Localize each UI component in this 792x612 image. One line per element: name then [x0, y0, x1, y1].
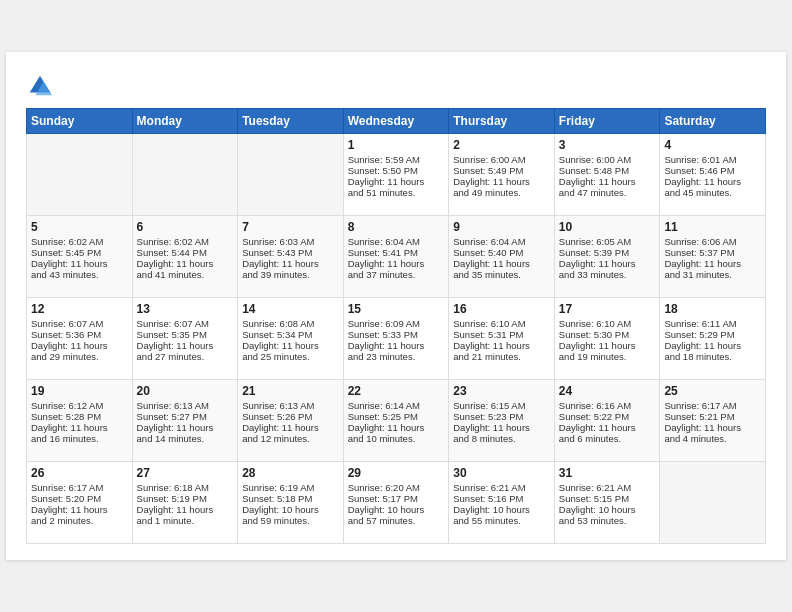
day-info: Daylight: 11 hours — [664, 340, 761, 351]
day-info: Sunset: 5:25 PM — [348, 411, 445, 422]
day-info: and 35 minutes. — [453, 269, 550, 280]
day-info: Sunset: 5:37 PM — [664, 247, 761, 258]
day-info: Daylight: 11 hours — [559, 176, 656, 187]
calendar-cell: 23Sunrise: 6:15 AMSunset: 5:23 PMDayligh… — [449, 380, 555, 462]
day-info: and 18 minutes. — [664, 351, 761, 362]
day-info: Daylight: 11 hours — [137, 340, 234, 351]
day-info: Sunrise: 6:07 AM — [137, 318, 234, 329]
day-info: and 31 minutes. — [664, 269, 761, 280]
day-info: Sunrise: 6:11 AM — [664, 318, 761, 329]
day-info: Sunrise: 6:07 AM — [31, 318, 128, 329]
calendar-cell: 28Sunrise: 6:19 AMSunset: 5:18 PMDayligh… — [238, 462, 344, 544]
day-info: and 43 minutes. — [31, 269, 128, 280]
calendar-cell: 18Sunrise: 6:11 AMSunset: 5:29 PMDayligh… — [660, 298, 766, 380]
day-number: 10 — [559, 220, 656, 234]
calendar-cell: 4Sunrise: 6:01 AMSunset: 5:46 PMDaylight… — [660, 134, 766, 216]
calendar-cell: 29Sunrise: 6:20 AMSunset: 5:17 PMDayligh… — [343, 462, 449, 544]
calendar-cell: 14Sunrise: 6:08 AMSunset: 5:34 PMDayligh… — [238, 298, 344, 380]
day-info: Sunset: 5:28 PM — [31, 411, 128, 422]
day-info: Daylight: 10 hours — [453, 504, 550, 515]
day-info: Daylight: 11 hours — [348, 422, 445, 433]
day-info: Daylight: 11 hours — [559, 258, 656, 269]
day-info: Daylight: 11 hours — [559, 340, 656, 351]
day-info: Sunrise: 6:20 AM — [348, 482, 445, 493]
weekday-header-wednesday: Wednesday — [343, 109, 449, 134]
calendar-cell — [27, 134, 133, 216]
calendar-cell: 1Sunrise: 5:59 AMSunset: 5:50 PMDaylight… — [343, 134, 449, 216]
day-info: Sunset: 5:50 PM — [348, 165, 445, 176]
day-info: Sunrise: 6:00 AM — [559, 154, 656, 165]
day-info: and 37 minutes. — [348, 269, 445, 280]
day-info: and 59 minutes. — [242, 515, 339, 526]
day-number: 28 — [242, 466, 339, 480]
day-info: Sunset: 5:46 PM — [664, 165, 761, 176]
day-info: Sunset: 5:23 PM — [453, 411, 550, 422]
day-info: Sunset: 5:39 PM — [559, 247, 656, 258]
day-number: 14 — [242, 302, 339, 316]
day-number: 21 — [242, 384, 339, 398]
day-info: Sunrise: 6:09 AM — [348, 318, 445, 329]
day-info: and 39 minutes. — [242, 269, 339, 280]
day-info: Sunrise: 6:00 AM — [453, 154, 550, 165]
calendar-cell: 27Sunrise: 6:18 AMSunset: 5:19 PMDayligh… — [132, 462, 238, 544]
calendar-cell — [660, 462, 766, 544]
day-info: Sunrise: 6:19 AM — [242, 482, 339, 493]
day-info: Daylight: 11 hours — [31, 504, 128, 515]
calendar-cell: 16Sunrise: 6:10 AMSunset: 5:31 PMDayligh… — [449, 298, 555, 380]
day-info: Daylight: 11 hours — [664, 176, 761, 187]
day-number: 15 — [348, 302, 445, 316]
calendar-cell: 5Sunrise: 6:02 AMSunset: 5:45 PMDaylight… — [27, 216, 133, 298]
day-info: and 47 minutes. — [559, 187, 656, 198]
calendar-cell: 15Sunrise: 6:09 AMSunset: 5:33 PMDayligh… — [343, 298, 449, 380]
day-number: 11 — [664, 220, 761, 234]
day-info: Daylight: 11 hours — [31, 422, 128, 433]
day-info: Daylight: 11 hours — [137, 422, 234, 433]
calendar-table: SundayMondayTuesdayWednesdayThursdayFrid… — [26, 108, 766, 544]
calendar-week-row: 26Sunrise: 6:17 AMSunset: 5:20 PMDayligh… — [27, 462, 766, 544]
day-info: Sunset: 5:20 PM — [31, 493, 128, 504]
day-info: Daylight: 10 hours — [348, 504, 445, 515]
day-info: and 25 minutes. — [242, 351, 339, 362]
day-info: Sunrise: 6:13 AM — [137, 400, 234, 411]
day-info: Daylight: 11 hours — [664, 258, 761, 269]
day-info: Sunrise: 6:17 AM — [664, 400, 761, 411]
day-info: and 8 minutes. — [453, 433, 550, 444]
day-info: Sunset: 5:29 PM — [664, 329, 761, 340]
day-number: 2 — [453, 138, 550, 152]
day-info: and 23 minutes. — [348, 351, 445, 362]
day-number: 23 — [453, 384, 550, 398]
day-info: and 14 minutes. — [137, 433, 234, 444]
day-info: Daylight: 11 hours — [664, 422, 761, 433]
day-info: Daylight: 11 hours — [242, 422, 339, 433]
day-number: 25 — [664, 384, 761, 398]
day-number: 6 — [137, 220, 234, 234]
day-info: Sunset: 5:48 PM — [559, 165, 656, 176]
day-info: Sunset: 5:18 PM — [242, 493, 339, 504]
day-info: Sunrise: 6:03 AM — [242, 236, 339, 247]
day-info: and 57 minutes. — [348, 515, 445, 526]
day-info: Daylight: 11 hours — [348, 258, 445, 269]
day-info: Daylight: 10 hours — [242, 504, 339, 515]
day-number: 18 — [664, 302, 761, 316]
day-info: Sunrise: 6:01 AM — [664, 154, 761, 165]
day-info: Sunset: 5:35 PM — [137, 329, 234, 340]
weekday-header-sunday: Sunday — [27, 109, 133, 134]
day-info: Daylight: 11 hours — [348, 176, 445, 187]
weekday-header-row: SundayMondayTuesdayWednesdayThursdayFrid… — [27, 109, 766, 134]
calendar-body: 1Sunrise: 5:59 AMSunset: 5:50 PMDaylight… — [27, 134, 766, 544]
day-info: Sunset: 5:40 PM — [453, 247, 550, 258]
day-info: Sunset: 5:22 PM — [559, 411, 656, 422]
day-number: 29 — [348, 466, 445, 480]
day-number: 7 — [242, 220, 339, 234]
day-info: Sunrise: 6:04 AM — [348, 236, 445, 247]
day-info: Sunset: 5:36 PM — [31, 329, 128, 340]
day-info: and 1 minute. — [137, 515, 234, 526]
day-info: Daylight: 11 hours — [559, 422, 656, 433]
calendar-cell: 9Sunrise: 6:04 AMSunset: 5:40 PMDaylight… — [449, 216, 555, 298]
day-number: 8 — [348, 220, 445, 234]
calendar-cell: 21Sunrise: 6:13 AMSunset: 5:26 PMDayligh… — [238, 380, 344, 462]
day-info: and 6 minutes. — [559, 433, 656, 444]
day-info: and 4 minutes. — [664, 433, 761, 444]
day-info: Sunrise: 6:08 AM — [242, 318, 339, 329]
calendar-cell: 24Sunrise: 6:16 AMSunset: 5:22 PMDayligh… — [554, 380, 660, 462]
